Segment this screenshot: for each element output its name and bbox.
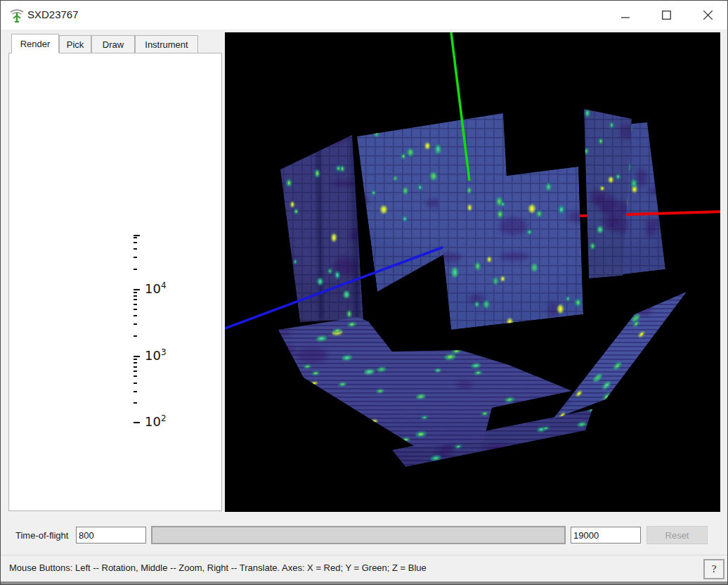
titlebar: SXD23767 [1, 1, 727, 30]
tof-start-input[interactable] [76, 527, 146, 544]
status-bar: Mouse Buttons: Left -- Rotation, Middle … [1, 555, 727, 582]
tab-instrument[interactable]: Instrument [135, 35, 198, 53]
instrument-3d-view[interactable] [225, 32, 720, 512]
maximize-button[interactable] [650, 1, 682, 30]
render-tab-pane [8, 53, 222, 511]
tof-reset-button[interactable]: Reset [646, 526, 708, 544]
tof-label: Time-of-flight [15, 530, 68, 541]
tof-slider[interactable] [151, 526, 566, 544]
colorbar-ticks: 104103102 [134, 235, 190, 425]
app-icon [9, 7, 25, 24]
help-icon: ? [712, 563, 717, 575]
colorbar-tick-label: 104 [145, 281, 167, 296]
tab-draw[interactable]: Draw [91, 35, 135, 53]
status-text: Mouse Buttons: Left -- Rotation, Middle … [9, 562, 427, 573]
window-bottom-border [0, 581, 728, 585]
maximize-icon [662, 11, 671, 20]
minimize-icon [621, 11, 630, 20]
close-button[interactable] [691, 1, 724, 30]
tof-reset-label: Reset [665, 530, 689, 541]
minimize-button[interactable] [609, 1, 642, 30]
window-title: SXD23767 [27, 8, 79, 20]
tab-pick[interactable]: Pick [59, 35, 91, 53]
colorbar-tick-label: 103 [145, 347, 167, 363]
close-icon [703, 11, 713, 20]
tab-render[interactable]: Render [11, 34, 59, 53]
help-button[interactable]: ? [703, 559, 724, 579]
colorbar-tick-label: 102 [145, 413, 167, 429]
tof-end-input[interactable] [571, 527, 641, 544]
